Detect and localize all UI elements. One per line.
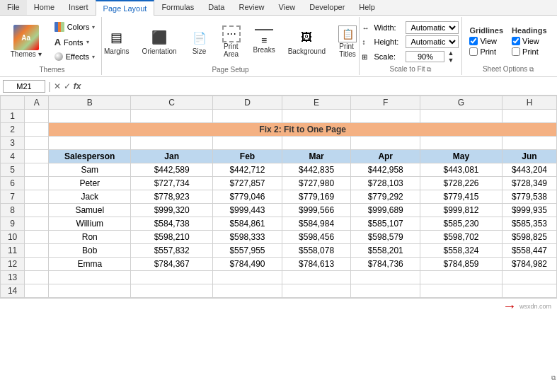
cell-samuel-feb[interactable]: $999,443 — [213, 204, 282, 217]
cell-sam-name[interactable]: Sam — [49, 163, 131, 177]
cell-bob-may[interactable]: $558,324 — [420, 244, 503, 258]
background-button[interactable]: 🖼 Background — [283, 25, 331, 57]
cell-emma-name[interactable]: Emma — [49, 258, 131, 271]
row-num-4[interactable]: 4 — [1, 150, 25, 163]
cell-A1[interactable] — [25, 110, 49, 123]
header-feb[interactable]: Feb — [213, 150, 282, 163]
tab-file[interactable]: File — [0, 0, 27, 15]
cell-bob-name[interactable]: Bob — [49, 244, 131, 258]
name-box[interactable] — [3, 80, 45, 93]
row-num-11[interactable]: 11 — [1, 244, 25, 258]
cell-samuel-may[interactable]: $999,812 — [420, 204, 503, 217]
margins-button[interactable]: ▤ Margins — [99, 25, 134, 57]
cell-ron-mar[interactable]: $598,456 — [282, 231, 351, 244]
gridlines-view-checkbox[interactable] — [469, 37, 478, 45]
tab-data[interactable]: Data — [201, 0, 231, 15]
cell-willium-name[interactable]: Willium — [49, 217, 131, 231]
cell-bob-apr[interactable]: $558,201 — [351, 244, 420, 258]
col-header-H[interactable]: H — [502, 96, 556, 110]
headings-view-checkbox[interactable] — [512, 37, 520, 45]
row-num-1[interactable]: 1 — [1, 110, 25, 123]
cell-D3[interactable] — [213, 137, 282, 150]
cell-sam-feb[interactable]: $442,712 — [213, 163, 282, 177]
sheet-options-dialog-icon[interactable]: ⧉ — [529, 66, 534, 73]
cell-G13[interactable] — [420, 271, 503, 284]
breaks-button[interactable]: ≡ Breaks — [248, 27, 280, 56]
print-area-button[interactable]: ⋯ PrintArea — [217, 23, 246, 60]
page-setup-dialog-icon[interactable]: ⧉ — [551, 374, 556, 382]
cell-ron-jan[interactable]: $598,210 — [131, 231, 213, 244]
gridlines-print-checkbox[interactable] — [469, 47, 478, 56]
cell-C13[interactable] — [131, 271, 213, 284]
tab-formulas[interactable]: Formulas — [154, 0, 201, 15]
scale-input[interactable] — [406, 51, 444, 62]
header-jun[interactable]: Jun — [502, 150, 556, 163]
print-titles-button[interactable]: 📋 PrintTitles — [333, 23, 362, 60]
row-num-3[interactable]: 3 — [1, 137, 25, 150]
cell-D13[interactable] — [213, 271, 282, 284]
cell-C1[interactable] — [131, 110, 213, 123]
cell-bob-mar[interactable]: $558,078 — [282, 244, 351, 258]
cell-willium-feb[interactable]: $584,861 — [213, 217, 282, 231]
orientation-button[interactable]: ⬛ Orientation — [137, 25, 182, 57]
cell-jack-jun[interactable]: $779,538 — [502, 190, 556, 204]
col-header-F[interactable]: F — [351, 96, 420, 110]
header-apr[interactable]: Apr — [351, 150, 420, 163]
cell-E14[interactable] — [282, 284, 351, 298]
row-num-8[interactable]: 8 — [1, 204, 25, 217]
tab-review[interactable]: Review — [231, 0, 271, 15]
header-jan[interactable]: Jan — [131, 150, 213, 163]
cell-A8[interactable] — [25, 204, 49, 217]
cell-B13[interactable] — [49, 271, 131, 284]
cell-sam-jun[interactable]: $443,204 — [502, 163, 556, 177]
cell-ron-apr[interactable]: $598,579 — [351, 231, 420, 244]
themes-button[interactable]: Aa Themes ▾ — [6, 23, 47, 60]
header-may[interactable]: May — [420, 150, 503, 163]
scale-down-button[interactable]: ▼ — [447, 57, 454, 64]
row-num-14[interactable]: 14 — [1, 284, 25, 298]
cell-C14[interactable] — [131, 284, 213, 298]
cell-peter-jan[interactable]: $727,734 — [131, 177, 213, 190]
cell-H1[interactable] — [502, 110, 556, 123]
row-num-5[interactable]: 5 — [1, 163, 25, 177]
cell-A14[interactable] — [25, 284, 49, 298]
cancel-formula-icon[interactable]: ✕ — [54, 81, 61, 91]
cell-D1[interactable] — [213, 110, 282, 123]
cell-A6[interactable] — [25, 177, 49, 190]
cell-emma-mar[interactable]: $784,613 — [282, 258, 351, 271]
cell-E1[interactable] — [282, 110, 351, 123]
cell-E13[interactable] — [282, 271, 351, 284]
row-num-6[interactable]: 6 — [1, 177, 25, 190]
cell-D14[interactable] — [213, 284, 282, 298]
cell-A9[interactable] — [25, 217, 49, 231]
cell-A2[interactable] — [25, 123, 49, 137]
cell-G3[interactable] — [420, 137, 503, 150]
cell-ron-name[interactable]: Ron — [49, 231, 131, 244]
cell-ron-may[interactable]: $598,702 — [420, 231, 503, 244]
tab-developer[interactable]: Developer — [302, 0, 352, 15]
cell-H3[interactable] — [502, 137, 556, 150]
scale-dialog-icon[interactable]: ⧉ — [427, 66, 431, 73]
effects-button[interactable]: Effects ▾ — [51, 50, 99, 63]
cell-samuel-jun[interactable]: $999,935 — [502, 204, 556, 217]
row-num-2[interactable]: 2 — [1, 123, 25, 137]
col-header-B[interactable]: B — [49, 96, 131, 110]
cell-F3[interactable] — [351, 137, 420, 150]
cell-willium-mar[interactable]: $584,984 — [282, 217, 351, 231]
cell-jack-may[interactable]: $779,415 — [420, 190, 503, 204]
cell-jack-mar[interactable]: $779,169 — [282, 190, 351, 204]
height-select[interactable]: Automatic 1 page 2 pages — [406, 35, 459, 48]
cell-A12[interactable] — [25, 258, 49, 271]
headings-print-checkbox[interactable] — [512, 47, 520, 56]
cell-emma-feb[interactable]: $784,490 — [213, 258, 282, 271]
cell-willium-may[interactable]: $585,230 — [420, 217, 503, 231]
cell-emma-apr[interactable]: $784,736 — [351, 258, 420, 271]
cell-H13[interactable] — [502, 271, 556, 284]
cell-emma-jan[interactable]: $784,367 — [131, 258, 213, 271]
cell-sam-apr[interactable]: $442,958 — [351, 163, 420, 177]
tab-insert[interactable]: Insert — [62, 0, 96, 15]
cell-emma-jun[interactable]: $784,982 — [502, 258, 556, 271]
tab-home[interactable]: Home — [27, 0, 62, 15]
cell-samuel-jan[interactable]: $999,320 — [131, 204, 213, 217]
cell-samuel-apr[interactable]: $999,689 — [351, 204, 420, 217]
